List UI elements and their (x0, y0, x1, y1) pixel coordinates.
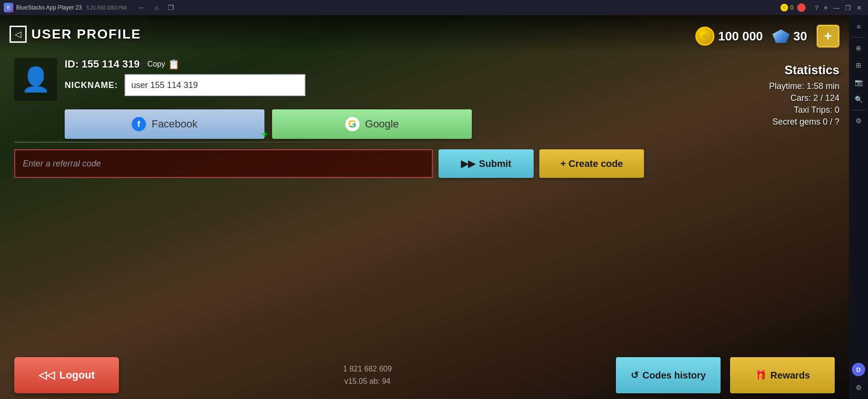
sidebar-sep-1 (852, 37, 865, 38)
discord-button[interactable]: D (852, 363, 865, 376)
page-title: USER PROFILE (31, 27, 141, 42)
sidebar-sep-2 (852, 110, 865, 110)
sidebar-btn-settings[interactable]: ⚙ (851, 113, 866, 128)
green-plus-indicator: + (262, 128, 268, 141)
diamond-icon (772, 29, 790, 43)
profile-card: 👤 ID: 155 114 319 Copy 📋 NICKNAME: (14, 58, 839, 178)
maximize-button[interactable]: ❐ (843, 3, 853, 12)
top-bar: B BlueStacks App Player 23 5.21.650.1063… (0, 0, 868, 15)
statistics-title: Statistics (769, 63, 839, 78)
sidebar-btn-add[interactable]: ⊕ (851, 40, 866, 56)
facebook-button[interactable]: f Facebook (65, 109, 264, 139)
submit-label: Submit (479, 158, 511, 169)
sidebar-btn-gear2[interactable]: ⚙ (851, 380, 866, 395)
profile-info: ID: 155 114 319 Copy 📋 NICKNAME: (65, 58, 305, 96)
stat-taxi: Taxi Trips: 0 (769, 105, 839, 115)
sidebar-btn-menu[interactable]: ≡ (851, 19, 866, 34)
coin-icon: ○ (695, 27, 714, 46)
menu-button[interactable]: ≡ (821, 3, 830, 12)
top-bar-coin-value: 0 (790, 4, 793, 11)
social-buttons-row: f Facebook G Google + (14, 109, 839, 139)
stat-playtime-value: 1:58 min (807, 81, 839, 91)
user-id-text: ID: 155 114 319 (65, 58, 140, 70)
copy-button[interactable]: Copy 📋 (147, 58, 180, 70)
stat-playtime: Playtime: 1:58 min (769, 81, 839, 91)
sidebar-btn-search[interactable]: 🔍 (851, 92, 866, 107)
add-currency-button[interactable]: + (817, 25, 839, 48)
version-text: 1 821 682 609 v15.05 ab: 94 (128, 363, 606, 387)
profile-top: 👤 ID: 155 114 319 Copy 📋 NICKNAME: (14, 58, 839, 101)
submit-button[interactable]: ▶▶ Submit (439, 149, 534, 178)
coins-value: 100 000 (718, 29, 763, 44)
top-bar-nav: ← ⌂ ❐ (137, 3, 176, 12)
rewards-label: Rewards (770, 370, 810, 381)
back-button[interactable]: ◁ USER PROFILE (10, 26, 141, 43)
right-sidebar: ≡ ⊕ ⊞ 📷 🔍 ⚙ D ⚙ (849, 15, 868, 399)
stat-gems-label: Secret gems (772, 117, 823, 127)
game-area: ◁ USER PROFILE ○ 100 000 30 + 👤 ID: 155 … (0, 15, 849, 399)
avatar-figure-icon: 👤 (21, 66, 50, 93)
version-line2: v15.05 ab: 94 (128, 375, 606, 388)
stat-cars-label: Cars: (790, 93, 813, 103)
create-code-label: + Create code (560, 158, 623, 169)
referral-row: ▶▶ Submit + Create code (14, 149, 839, 178)
version-line1: 1 821 682 609 (128, 363, 606, 375)
stat-cars: Cars: 2 / 124 (769, 93, 839, 103)
codes-history-button[interactable]: ↺ Codes history (616, 357, 721, 393)
stat-taxi-label: Taxi Trips: (794, 105, 835, 115)
codes-history-icon: ↺ (631, 370, 639, 381)
close-button[interactable]: ✕ (854, 3, 864, 12)
avatar: 👤 (14, 58, 57, 101)
nickname-label: NICKNAME: (65, 80, 118, 90)
minimize-button[interactable]: — (831, 3, 842, 12)
top-bar-coins: C 0 (780, 4, 793, 11)
diamonds-value: 30 (793, 29, 807, 44)
sidebar-btn-grid[interactable]: ⊞ (851, 58, 866, 73)
logout-label: Logout (59, 369, 95, 381)
window-controls: ? ≡ — ❐ ✕ (812, 3, 864, 12)
referral-input[interactable] (14, 149, 433, 178)
stat-gems-value: 0 / ? (823, 117, 839, 127)
sidebar-btn-camera[interactable]: 📷 (851, 75, 866, 90)
google-icon: G (345, 117, 360, 131)
currency-bar: ○ 100 000 30 + (695, 25, 839, 48)
app-version: 5.21.650.1063 P64 (87, 5, 127, 10)
bottom-bar: ◁◁ Logout 1 821 682 609 v15.05 ab: 94 ↺ … (0, 351, 849, 399)
coin-icon-small: C (780, 4, 788, 11)
separator-line (14, 142, 471, 143)
statistics-panel: Statistics Playtime: 1:58 min Cars: 2 / … (769, 63, 839, 129)
diamonds-display: 30 (772, 29, 807, 44)
nav-back-button[interactable]: ← (137, 3, 147, 12)
google-label: Google (365, 118, 399, 130)
codes-history-label: Codes history (643, 370, 706, 381)
stat-gems: Secret gems 0 / ? (769, 117, 839, 127)
rewards-icon: 🎁 (755, 370, 767, 381)
logout-button[interactable]: ◁◁ Logout (14, 357, 119, 393)
app-title: BlueStacks App Player 23 (16, 4, 82, 11)
app-logo: B BlueStacks App Player 23 5.21.650.1063… (4, 3, 127, 12)
create-code-button[interactable]: + Create code (539, 149, 644, 178)
nickname-input[interactable] (125, 74, 305, 96)
facebook-icon: f (132, 117, 146, 131)
stat-playtime-label: Playtime: (769, 81, 807, 91)
copy-icon: 📋 (168, 58, 180, 70)
stat-cars-value: 2 / 124 (813, 93, 839, 103)
back-arrow-icon: ◁ (10, 26, 27, 43)
top-bar-right: C 0 ? ≡ — ❐ ✕ (780, 3, 864, 12)
top-bar-avatar[interactable] (797, 3, 806, 12)
stat-taxi-value: 0 (835, 105, 839, 115)
nav-tabs-button[interactable]: ❐ (166, 3, 176, 12)
rewards-button[interactable]: 🎁 Rewards (730, 357, 835, 393)
coins-display: ○ 100 000 (695, 27, 763, 46)
nav-home-button[interactable]: ⌂ (153, 3, 160, 12)
nickname-row: NICKNAME: (65, 74, 305, 96)
facebook-label: Facebook (152, 118, 198, 130)
app-logo-icon: B (4, 3, 13, 12)
logout-icon: ◁◁ (39, 369, 55, 381)
submit-icon: ▶▶ (461, 158, 475, 169)
google-button[interactable]: G Google (272, 109, 472, 139)
id-row: ID: 155 114 319 Copy 📋 (65, 58, 305, 70)
help-button[interactable]: ? (812, 3, 820, 12)
